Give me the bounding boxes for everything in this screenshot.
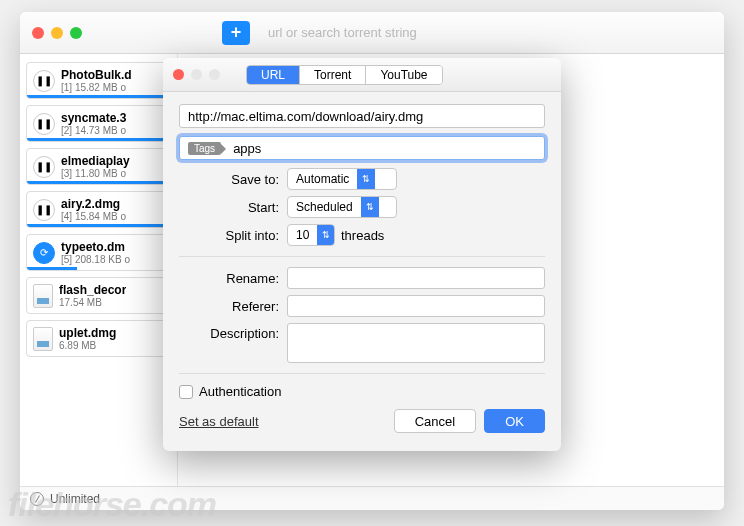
search-input[interactable]: url or search torrent string <box>260 21 712 45</box>
close-icon[interactable] <box>173 69 184 80</box>
zoom-icon[interactable] <box>70 27 82 39</box>
description-label: Description: <box>179 323 287 341</box>
download-item[interactable]: ❚❚ airy.2.dmg[4] 15.84 MB o <box>26 191 171 228</box>
save-to-select[interactable]: Automatic⇅ <box>287 168 397 190</box>
split-label: Split into: <box>179 228 287 243</box>
tab-url[interactable]: URL <box>247 66 300 84</box>
minimize-icon <box>191 69 202 80</box>
tab-youtube[interactable]: YouTube <box>366 66 441 84</box>
download-item[interactable]: ❚❚ PhotoBulk.d[1] 15.82 MB o <box>26 62 171 99</box>
threads-suffix: threads <box>341 228 384 243</box>
threads-select[interactable]: 10⇅ <box>287 224 335 246</box>
start-select[interactable]: Scheduled⇅ <box>287 196 397 218</box>
zoom-icon <box>209 69 220 80</box>
add-button[interactable]: + <box>222 21 250 45</box>
minimize-icon[interactable] <box>51 27 63 39</box>
rename-input[interactable] <box>287 267 545 289</box>
pause-icon[interactable]: ❚❚ <box>33 70 55 92</box>
titlebar: + url or search torrent string <box>20 12 724 54</box>
file-icon <box>33 284 53 308</box>
download-item[interactable]: ❚❚ elmediaplay[3] 11.80 MB o <box>26 148 171 185</box>
start-label: Start: <box>179 200 287 215</box>
plus-icon: + <box>231 22 242 43</box>
rename-label: Rename: <box>179 271 287 286</box>
referer-input[interactable] <box>287 295 545 317</box>
tags-input[interactable]: Tags apps <box>179 136 545 160</box>
dialog-titlebar: URL Torrent YouTube <box>163 58 561 92</box>
window-controls <box>32 27 82 39</box>
download-item[interactable]: ⟳ typeeto.dm[5] 208.18 KB o <box>26 234 171 271</box>
chevron-updown-icon: ⇅ <box>317 225 334 245</box>
add-download-dialog: URL Torrent YouTube http://mac.eltima.co… <box>163 58 561 451</box>
tab-torrent[interactable]: Torrent <box>300 66 366 84</box>
pause-icon[interactable]: ❚❚ <box>33 113 55 135</box>
url-input[interactable]: http://mac.eltima.com/download/airy.dmg <box>179 104 545 128</box>
pause-icon[interactable]: ❚❚ <box>33 199 55 221</box>
chevron-updown-icon: ⇅ <box>361 197 379 217</box>
referer-label: Referer: <box>179 299 287 314</box>
download-item[interactable]: flash_decor17.54 MB <box>26 277 171 314</box>
authentication-checkbox[interactable]: Authentication <box>179 384 545 399</box>
file-icon <box>33 327 53 351</box>
save-to-label: Save to: <box>179 172 287 187</box>
tags-chip-icon: Tags <box>188 142 221 155</box>
close-icon[interactable] <box>32 27 44 39</box>
description-input[interactable] <box>287 323 545 363</box>
download-item[interactable]: uplet.dmg6.89 MB <box>26 320 171 357</box>
source-tabs: URL Torrent YouTube <box>246 65 443 85</box>
divider <box>179 256 545 257</box>
downloads-list: ❚❚ PhotoBulk.d[1] 15.82 MB o ❚❚ syncmate… <box>20 54 178 486</box>
ok-button[interactable]: OK <box>484 409 545 433</box>
pause-icon[interactable]: ❚❚ <box>33 156 55 178</box>
cancel-button[interactable]: Cancel <box>394 409 476 433</box>
set-default-link[interactable]: Set as default <box>179 414 259 429</box>
watermark: filehorse.com <box>0 483 224 526</box>
download-item[interactable]: ❚❚ syncmate.3[2] 14.73 MB o <box>26 105 171 142</box>
chevron-updown-icon: ⇅ <box>357 169 375 189</box>
reload-icon[interactable]: ⟳ <box>33 242 55 264</box>
divider <box>179 373 545 374</box>
checkbox-icon <box>179 385 193 399</box>
dialog-window-controls <box>173 69 220 80</box>
